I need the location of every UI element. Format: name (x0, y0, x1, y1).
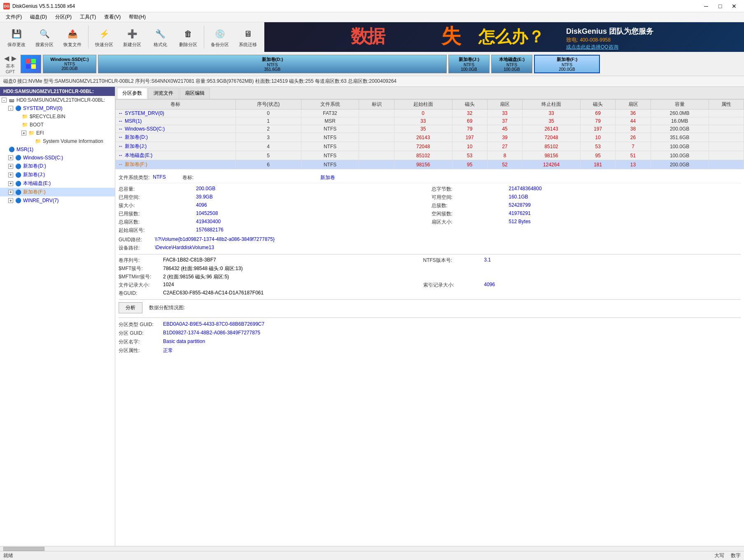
partition-row-4[interactable]: ↔新加卷(J:) 4 NTFS 72048 10 27 85102 53 7 1… (116, 142, 744, 151)
tree-item-hd0[interactable]: - 🖴 HD0:SAMSUNGMZVL21T0HCLR-00BL: (0, 96, 115, 104)
expand-winre[interactable]: + (8, 198, 13, 203)
tab-sector-edit[interactable]: 扇区编辑 (180, 88, 210, 99)
cell-fs-6: NTFS (301, 160, 359, 169)
restore-file-button[interactable]: 📤 恢复文件 (59, 24, 86, 50)
col-end-head: 磁头 (580, 100, 615, 110)
close-button[interactable]: ✕ (728, 0, 741, 12)
part-j-size: 100.0GB (461, 67, 477, 72)
free-space-val: 160.1GB (509, 194, 741, 201)
partition-row-3[interactable]: ↔新加卷(D:) 3 NTFS 26143 197 39 72048 10 26… (116, 133, 744, 142)
tree-item-new-j[interactable]: + 🔵 新加卷(J:) (0, 170, 115, 179)
tree-item-windows-ssd[interactable]: + 🔵 Windows-SSD(C:) (0, 154, 115, 162)
horizontal-scrollbar[interactable] (3, 547, 44, 551)
partition-row-0[interactable]: ↔SYSTEM_DRV(0) 0 FAT32 0 32 33 33 69 36 … (116, 110, 744, 117)
expand-new-d[interactable]: + (8, 164, 13, 169)
partition-j-bar[interactable]: 新加卷(J:) NTFS 100.0GB (448, 55, 490, 73)
tab-partition-params[interactable]: 分区参数 (117, 88, 147, 99)
serial-lbl: 卷序列号: (119, 257, 160, 264)
expand-efi[interactable]: + (21, 131, 26, 135)
tree-item-msr[interactable]: 🔵 MSR(1) (0, 145, 115, 154)
total-clusters-lbl: 总簇数: (431, 202, 506, 209)
mft-val: 786432 (柱面:98548 磁头:0 扇区:13) (163, 265, 420, 272)
start-sector-val: 1576882176 (196, 227, 428, 234)
menu-tools[interactable]: 工具(T) (76, 13, 100, 21)
total-cap-lbl: 总容量: (119, 186, 193, 193)
part-f-name: 新加卷(F:) (557, 56, 578, 63)
tab-browse-files[interactable]: 浏览文件 (148, 88, 179, 99)
cell-start-cyl-2: 35 (394, 125, 452, 133)
maximize-button[interactable]: □ (714, 0, 727, 12)
ad-banner[interactable]: 数据 失 怎么办？ DiskGenius 团队为您服务 致电: 400-008-… (264, 22, 744, 52)
cluster-size-lbl: 簇大小: (119, 202, 193, 209)
new-f-icon: 🔵 (15, 189, 21, 196)
nav-forward-button[interactable]: ▶ (11, 54, 17, 63)
restore-icon: 📤 (65, 26, 80, 41)
cell-end-cyl-5: 98156 (522, 151, 581, 160)
new-partition-button[interactable]: ➕ 新建分区 (119, 24, 145, 50)
tree-panel: HD0:SAMSUNGMZVL21T0HCLR-00BL: - 🖴 HD0:SA… (0, 87, 115, 546)
menu-disk[interactable]: 磁盘(D) (26, 13, 51, 21)
local-e-icon: 🔵 (15, 180, 21, 187)
cluster-size-val: 4096 (196, 202, 428, 209)
partition-f-bar[interactable]: 新加卷(F:) NTFS 200.0GB (534, 55, 600, 73)
partition-row-5[interactable]: ↔本地磁盘(E:) 5 NTFS 85102 53 8 98156 95 51 … (116, 151, 744, 160)
delete-partition-button[interactable]: 🗑 删除分区 (175, 24, 201, 50)
partition-d-bar[interactable]: 新加卷(D:) NTFS 351.6GB (98, 55, 447, 73)
partition-e-bar[interactable]: 本地磁盘(E:) NTFS 100.0GB (491, 55, 532, 73)
vol-guid-lbl: 卷GUID: (119, 290, 160, 297)
search-partition-button[interactable]: 🔍 搜索分区 (31, 24, 58, 50)
cell-start-head-6: 95 (452, 160, 487, 169)
expand-windows-ssd[interactable]: + (8, 155, 13, 160)
tree-item-new-d[interactable]: + 🔵 新加卷(D:) (0, 162, 115, 170)
quick-partition-button[interactable]: ⚡ 快速分区 (91, 24, 117, 50)
part-j-fs: NTFS (464, 63, 474, 67)
col-end-cyl: 终止柱面 (522, 100, 581, 110)
format-button[interactable]: 🔧 格式化 (147, 24, 173, 50)
partition-c-bar[interactable]: Windows-SSD(C:) NTFS 200.0GB (43, 55, 96, 73)
free-clusters-lbl: 空闲簇数: (431, 210, 506, 217)
nav-back-button[interactable]: ◀ (3, 54, 10, 63)
part-f-fs: NTFS (562, 63, 572, 67)
device-path-val: \Device\HarddiskVolume13 (155, 245, 741, 252)
backup-button[interactable]: 💿 备份分区 (207, 24, 233, 50)
expand-system-drv[interactable]: - (8, 106, 13, 111)
cell-label-4: ↔新加卷(J:) (116, 142, 236, 151)
expand-hd0[interactable]: - (2, 98, 7, 103)
tree-item-system-drv[interactable]: - 🔵 SYSTEM_DRV(0) (0, 104, 115, 112)
analyze-button[interactable]: 分析 (119, 302, 142, 313)
tree-item-winre[interactable]: + 🔵 WINRE_DRV(7) (0, 196, 115, 205)
cell-start-head-1: 69 (452, 117, 487, 125)
tree-item-efi[interactable]: + 📁 EFI (0, 129, 115, 137)
quick-partition-icon: ⚡ (97, 26, 112, 41)
partition-row-1[interactable]: ↔MSR(1) 1 MSR 33 69 37 35 79 44 16.0MB (116, 117, 744, 125)
save-button[interactable]: 💾 保存更改 (3, 24, 30, 50)
cell-end-head-6: 181 (580, 160, 615, 169)
cell-id-2 (359, 125, 394, 133)
menu-view[interactable]: 查看(V) (100, 13, 125, 21)
ad-brand-text: DiskGenius 团队为您服务 (566, 26, 653, 36)
menu-file[interactable]: 文件(F) (2, 13, 26, 21)
expand-new-f[interactable]: + (8, 190, 13, 195)
menu-help[interactable]: 帮助(H) (125, 13, 150, 21)
partition-row-6[interactable]: ↔新加卷(F:) 6 NTFS 98156 95 52 124264 181 1… (116, 160, 744, 169)
status-text: 就绪 (3, 552, 13, 559)
start-sector-lbl: 起始扇区号: (119, 227, 193, 234)
tree-item-boot[interactable]: 📁 BOOT (0, 121, 115, 129)
menu-partition[interactable]: 分区(P) (51, 13, 76, 21)
partition-row-2[interactable]: ↔Windows-SSD(C:) 2 NTFS 35 79 45 26143 1… (116, 125, 744, 133)
idx-rec-size-lbl: 索引记录大小: (423, 282, 481, 289)
tree-item-sysvolinfo[interactable]: 📁 System Volume Information (0, 137, 115, 145)
tree-item-recycle[interactable]: 📁 $RECYCLE.BIN (0, 112, 115, 121)
cell-start-cyl-5: 85102 (394, 151, 452, 160)
tree-item-local-e[interactable]: + 🔵 本地磁盘(E:) (0, 179, 115, 188)
expand-new-j[interactable]: + (8, 173, 13, 177)
windows-logo (21, 55, 41, 73)
ad-qq[interactable]: 或点击此处选择QQ咨询 (566, 44, 653, 51)
save-label: 保存更改 (7, 42, 26, 47)
cell-num-5: 5 (236, 151, 301, 160)
minimize-button[interactable]: ─ (700, 0, 713, 12)
cell-end-head-5: 95 (580, 151, 615, 160)
tree-item-new-f[interactable]: + 🔵 新加卷(F:) (0, 188, 115, 196)
migrate-button[interactable]: 🖥 系统迁移 (235, 24, 261, 50)
expand-local-e[interactable]: + (8, 181, 13, 186)
